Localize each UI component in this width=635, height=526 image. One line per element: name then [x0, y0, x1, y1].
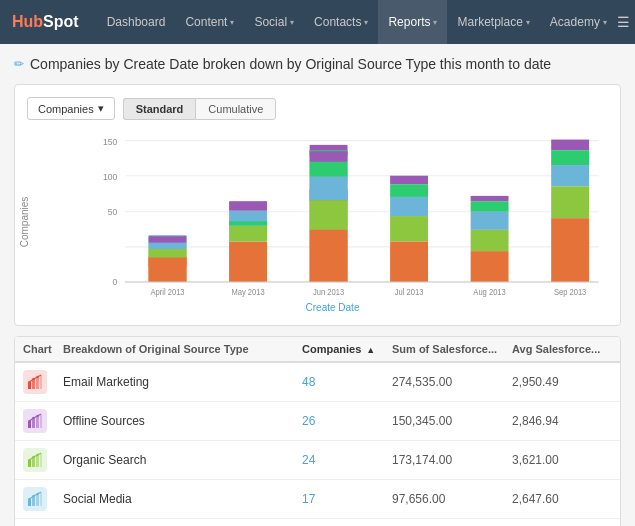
th-name: Breakdown of Original Source Type: [63, 343, 302, 355]
source-icon: [23, 487, 47, 511]
svg-rect-32: [310, 177, 348, 200]
table-body: Email Marketing 48 274,535.00 2,950.49: [15, 363, 620, 526]
nav-item-reports[interactable]: Reports▾: [378, 0, 447, 44]
entity-dropdown[interactable]: Companies ▾: [27, 97, 115, 120]
svg-rect-49: [551, 150, 589, 165]
row-avg-value: 3,621.00: [512, 453, 612, 467]
table-row: Email Marketing 48 274,535.00 2,950.49: [15, 363, 620, 402]
row-avg-value: 2,950.49: [512, 375, 612, 389]
svg-rect-36: [390, 176, 428, 185]
chevron-down-icon: ▾: [433, 18, 437, 27]
svg-rect-71: [36, 455, 39, 467]
main-content: ✏ Companies by Create Date broken down b…: [0, 44, 635, 526]
svg-point-75: [36, 454, 38, 456]
table-card: Chart Breakdown of Original Source Type …: [14, 336, 621, 526]
svg-rect-38: [390, 197, 428, 216]
svg-rect-31: [310, 162, 348, 177]
chart-svg: 150 100 50 0 April 2013: [87, 130, 608, 300]
edit-icon[interactable]: ✏: [14, 57, 24, 71]
svg-point-61: [36, 376, 38, 378]
nav-item-academy[interactable]: Academy▾: [540, 0, 617, 44]
svg-rect-30: [310, 151, 348, 162]
chevron-down-icon: ▾: [230, 18, 234, 27]
svg-rect-15: [149, 243, 187, 249]
svg-rect-33: [310, 200, 348, 230]
th-avg: Avg Salesforce...: [512, 343, 612, 355]
row-avg-value: 2,846.94: [512, 414, 612, 428]
svg-rect-65: [40, 414, 42, 428]
svg-text:Sep 2013: Sep 2013: [554, 287, 587, 297]
svg-rect-16: [149, 236, 187, 242]
svg-rect-48: [551, 140, 589, 151]
y-axis-label: Companies: [19, 196, 30, 247]
svg-rect-72: [40, 453, 42, 467]
row-source-name: Organic Search: [63, 453, 302, 467]
svg-point-67: [32, 417, 34, 419]
table-row: Organic Search 24 173,174.00 3,621.00: [15, 441, 620, 480]
svg-rect-43: [471, 201, 509, 212]
svg-point-68: [36, 415, 38, 417]
chart-controls: Companies ▾ Standard Cumulative: [27, 97, 608, 120]
nav-item-social[interactable]: Social▾: [244, 0, 304, 44]
svg-point-80: [28, 498, 30, 500]
nav-item-dashboard[interactable]: Dashboard: [97, 0, 176, 44]
page-title: Companies by Create Date broken down by …: [30, 56, 551, 72]
table-header: Chart Breakdown of Original Source Type …: [15, 337, 620, 363]
svg-point-59: [28, 381, 30, 383]
navbar: HubSpot Dashboard Content▾ Social▾ Conta…: [0, 0, 635, 44]
row-sum-value: 173,174.00: [392, 453, 512, 467]
svg-rect-39: [390, 216, 428, 242]
chevron-down-icon: ▾: [98, 102, 104, 115]
standard-button[interactable]: Standard: [123, 98, 196, 120]
nav-right: ☰ ●: [617, 14, 635, 30]
chart-area: 150 100 50 0 April 2013: [87, 130, 608, 300]
svg-text:50: 50: [108, 207, 117, 218]
svg-text:May 2013: May 2013: [231, 287, 265, 297]
source-icon: [23, 409, 47, 433]
row-companies-count[interactable]: 26: [302, 414, 392, 428]
row-source-name: Email Marketing: [63, 375, 302, 389]
hubspot-wordmark: HubSpot: [12, 13, 79, 31]
page-title-row: ✏ Companies by Create Date broken down b…: [14, 56, 621, 72]
svg-point-81: [32, 495, 34, 497]
nav-item-contacts[interactable]: Contacts▾: [304, 0, 378, 44]
svg-point-73: [28, 459, 30, 461]
logo[interactable]: HubSpot: [12, 13, 79, 31]
row-companies-count[interactable]: 48: [302, 375, 392, 389]
svg-rect-34: [310, 230, 348, 282]
th-chart: Chart: [23, 343, 63, 355]
row-source-name: Offline Sources: [63, 414, 302, 428]
row-sum-value: 150,345.00: [392, 414, 512, 428]
chart-card: Companies ▾ Standard Cumulative Companie…: [14, 84, 621, 326]
cumulative-button[interactable]: Cumulative: [195, 98, 276, 120]
svg-text:Jun 2013: Jun 2013: [313, 287, 345, 297]
svg-rect-64: [36, 416, 39, 428]
menu-icon[interactable]: ☰: [617, 14, 630, 30]
row-chart-icon: [23, 487, 63, 511]
svg-point-82: [36, 493, 38, 495]
table-row: Social Media 17 97,656.00 2,647.60: [15, 480, 620, 519]
svg-rect-45: [471, 230, 509, 251]
svg-rect-42: [471, 196, 509, 201]
svg-rect-37: [390, 184, 428, 197]
row-companies-count[interactable]: 24: [302, 453, 392, 467]
row-chart-icon: [23, 370, 63, 394]
nav-item-marketplace[interactable]: Marketplace▾: [447, 0, 539, 44]
svg-rect-78: [36, 494, 39, 506]
nav-item-content[interactable]: Content▾: [175, 0, 244, 44]
svg-rect-79: [40, 492, 42, 506]
chevron-down-icon: ▾: [526, 18, 530, 27]
th-companies[interactable]: Companies ▲: [302, 343, 392, 355]
chevron-down-icon: ▾: [364, 18, 368, 27]
row-avg-value: 2,647.60: [512, 492, 612, 506]
svg-rect-46: [471, 251, 509, 282]
th-sum: Sum of Salesforce...: [392, 343, 512, 355]
svg-text:Jul 2013: Jul 2013: [395, 287, 424, 297]
svg-text:April 2013: April 2013: [150, 287, 185, 297]
table-row: Direct Traffic 16 92,068.00 3,033.78: [15, 519, 620, 526]
row-companies-count[interactable]: 17: [302, 492, 392, 506]
nav-links: Dashboard Content▾ Social▾ Contacts▾ Rep…: [97, 0, 617, 44]
svg-rect-57: [36, 377, 39, 389]
chart-type-buttons: Standard Cumulative: [123, 98, 277, 120]
svg-text:150: 150: [103, 136, 117, 147]
